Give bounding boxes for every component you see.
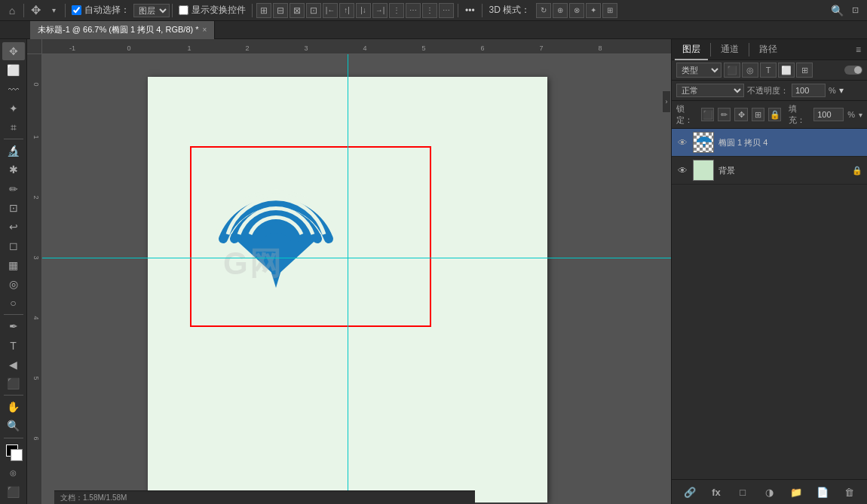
lock-all-btn[interactable]: 🔒 (768, 108, 781, 121)
blend-mode-select[interactable]: 正常 (676, 84, 744, 97)
3d-btn-1[interactable]: ↻ (536, 3, 551, 18)
eraser-tool[interactable]: ◻ (2, 237, 25, 255)
adjustment-btn[interactable]: ◑ (761, 484, 777, 499)
ruler-mark: 0 (127, 44, 130, 52)
separator (252, 4, 253, 17)
3d-btn-2[interactable]: ⊕ (553, 3, 568, 18)
canvas-area[interactable]: -1 0 1 2 3 4 5 6 7 8 0 1 2 3 4 5 6 (27, 39, 671, 504)
panel-collapse-btn[interactable]: › (662, 90, 671, 113)
layer-item-ellipse[interactable]: 👁 椭圆 1 拷贝 4 (672, 129, 867, 157)
screen-mode-tool[interactable]: ⬛ (2, 483, 25, 501)
tab-paths[interactable]: 路径 (752, 39, 785, 60)
tool-separator-2 (4, 314, 23, 315)
quick-mask-tool[interactable]: ◎ (2, 464, 25, 482)
more-btn[interactable]: ••• (461, 2, 479, 20)
crop-tool[interactable]: ⌗ (2, 118, 25, 136)
3d-btn-3[interactable]: ⊗ (569, 3, 584, 18)
expand-icon[interactable]: ▾ (44, 2, 63, 20)
align-btn-10[interactable]: ⋯ (406, 3, 421, 18)
lock-artboard-btn[interactable]: ⊞ (752, 108, 764, 121)
hand-tool[interactable]: ✋ (2, 398, 25, 416)
align-btn-9[interactable]: ⋮ (389, 3, 404, 18)
filter-type-select[interactable]: 类型 (676, 63, 721, 78)
align-btn-7[interactable]: |↓ (356, 3, 371, 18)
new-layer-btn[interactable]: 📄 (814, 484, 831, 499)
align-btn-5[interactable]: |← (323, 3, 338, 18)
shape-tool[interactable]: ⬛ (2, 374, 25, 393)
layer-mask-btn[interactable]: □ (734, 484, 751, 499)
3d-btn-4[interactable]: ✦ (586, 3, 601, 18)
align-btn-11[interactable]: ⋮ (422, 3, 437, 18)
separator (482, 4, 483, 17)
quick-select-tool[interactable]: ✦ (2, 99, 25, 118)
fill-input[interactable] (813, 108, 844, 121)
group-btn[interactable]: 📁 (788, 484, 804, 499)
opacity-input[interactable] (792, 84, 826, 97)
align-btn-4[interactable]: ⊡ (306, 3, 321, 18)
expand2-icon[interactable]: ⊡ (846, 2, 864, 20)
filter-shape-btn[interactable]: ⬜ (778, 63, 795, 78)
align-btn-1[interactable]: ⊞ (256, 3, 271, 18)
pen-tool[interactable]: ✒ (2, 317, 25, 335)
transform-input[interactable] (179, 5, 188, 15)
home-icon[interactable]: ⌂ (3, 2, 21, 20)
select-rect-tool[interactable]: ⬜ (2, 61, 25, 79)
filter-type-btn[interactable]: T (760, 63, 777, 78)
filter-pixel-btn[interactable]: ⬛ (724, 63, 740, 78)
align-btn-8[interactable]: →| (372, 3, 388, 18)
blur-tool[interactable]: ◎ (2, 275, 25, 293)
lock-position-btn[interactable]: ✥ (734, 108, 747, 121)
spot-heal-tool[interactable]: ✱ (2, 160, 25, 179)
ruler-mark: 3 (304, 44, 308, 52)
document-canvas[interactable]: G网 (42, 54, 671, 504)
auto-select-checkbox[interactable]: 自动选择： (68, 4, 133, 17)
ruler-mark: 3 (32, 255, 40, 259)
align-btn-6[interactable]: ↑| (339, 3, 354, 18)
link-layers-btn[interactable]: 🔗 (682, 484, 698, 499)
dodge-tool[interactable]: ○ (2, 294, 25, 312)
move-tool-icon[interactable]: ✥ (26, 2, 44, 20)
move-tool[interactable]: ✥ (2, 42, 25, 60)
3d-btn-5[interactable]: ⊞ (602, 3, 617, 18)
layer-lock-icon: 🔒 (852, 165, 862, 176)
filter-smart-btn[interactable]: ⊞ (796, 63, 813, 78)
brush-tool[interactable]: ✏ (2, 180, 25, 198)
panel-menu-btn[interactable]: ≡ (853, 39, 864, 60)
filter-adjustment-btn[interactable]: ◎ (742, 63, 758, 78)
zoom-tool[interactable]: 🔍 (2, 417, 25, 435)
auto-select-input[interactable] (72, 5, 81, 15)
document-tab[interactable]: 未标题-1 @ 66.7% (椭圆 1 拷贝 4, RGB/8) * × (30, 21, 215, 39)
opacity-arrow[interactable]: ▾ (839, 85, 844, 96)
eyedropper-tool[interactable]: 🔬 (2, 142, 25, 160)
tab-close-btn[interactable]: × (203, 26, 207, 34)
layer-visibility-btn[interactable]: 👁 (676, 164, 688, 176)
lock-paint-btn[interactable]: ✏ (718, 108, 731, 121)
status-text: 文档：1.58M/1.58M (60, 493, 127, 503)
layer-select[interactable]: 图层 (133, 4, 170, 17)
layer-thumbnail-bg (693, 160, 714, 181)
gradient-tool[interactable]: ▦ (2, 256, 25, 274)
align-btn-12[interactable]: ⋯ (439, 3, 454, 18)
clone-stamp-tool[interactable]: ⊡ (2, 199, 25, 217)
layer-item-background[interactable]: 👁 背景 🔒 (672, 157, 867, 185)
align-btn-3[interactable]: ⊠ (290, 3, 305, 18)
color-switcher[interactable] (3, 441, 24, 461)
align-btn-2[interactable]: ⊟ (273, 3, 288, 18)
layer-style-btn[interactable]: fx (708, 484, 725, 499)
text-tool[interactable]: T (2, 336, 25, 354)
delete-layer-btn[interactable]: 🗑 (841, 484, 857, 499)
layer-visibility-btn[interactable]: 👁 (676, 136, 688, 148)
lock-pixel-btn[interactable]: ⬛ (701, 108, 714, 121)
transform-checkbox[interactable]: 显示变换控件 (175, 4, 250, 17)
document-page: G网 (148, 77, 547, 502)
fill-arrow[interactable]: ▾ (859, 111, 862, 119)
tab-channels[interactable]: 通道 (713, 39, 746, 60)
ruler-mark: 6 (32, 436, 40, 440)
ruler-corner (27, 39, 42, 54)
select-lasso-tool[interactable]: 〰 (2, 80, 25, 98)
tab-layers[interactable]: 图层 (675, 39, 708, 60)
path-select-tool[interactable]: ◀ (2, 356, 25, 374)
search-icon[interactable]: 🔍 (828, 2, 846, 20)
filter-toggle-switch[interactable] (844, 66, 862, 75)
history-brush-tool[interactable]: ↩ (2, 218, 25, 236)
